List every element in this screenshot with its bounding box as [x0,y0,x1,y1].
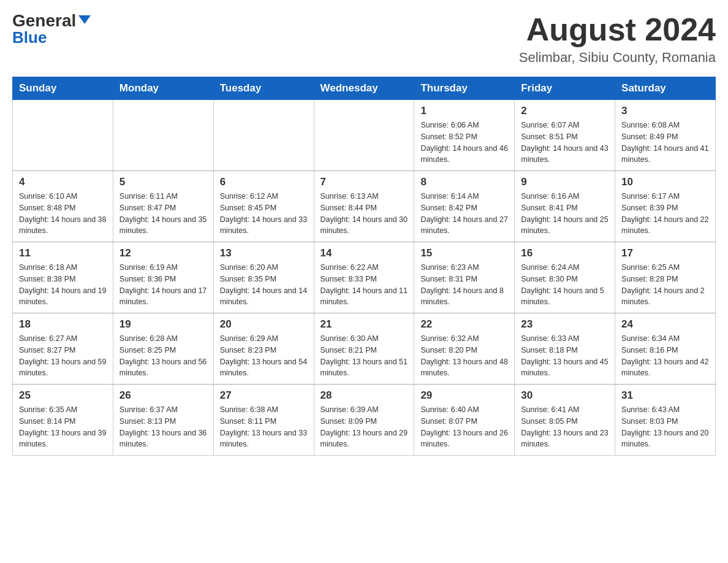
day-number: 7 [320,176,408,188]
header-row: Sunday Monday Tuesday Wednesday Thursday… [13,77,716,100]
day-info: Sunrise: 6:30 AM Sunset: 8:21 PM Dayligh… [320,333,408,379]
col-sunday: Sunday [13,77,113,100]
calendar-week-row: 11Sunrise: 6:18 AM Sunset: 8:38 PM Dayli… [13,242,716,313]
calendar-cell: 26Sunrise: 6:37 AM Sunset: 8:13 PM Dayli… [113,385,213,456]
calendar-cell [113,100,213,171]
calendar-cell: 19Sunrise: 6:28 AM Sunset: 8:25 PM Dayli… [113,313,213,385]
day-number: 15 [420,247,508,259]
calendar-cell: 7Sunrise: 6:13 AM Sunset: 8:44 PM Daylig… [314,171,414,242]
day-number: 6 [220,176,308,188]
day-number: 5 [119,176,207,188]
calendar-cell: 3Sunrise: 6:08 AM Sunset: 8:49 PM Daylig… [615,100,716,171]
day-info: Sunrise: 6:17 AM Sunset: 8:39 PM Dayligh… [621,191,709,237]
day-number: 13 [220,247,308,259]
logo: General Blue [12,12,91,47]
calendar-week-row: 1Sunrise: 6:06 AM Sunset: 8:52 PM Daylig… [13,100,716,171]
day-info: Sunrise: 6:37 AM Sunset: 8:13 PM Dayligh… [119,404,207,450]
day-info: Sunrise: 6:11 AM Sunset: 8:47 PM Dayligh… [119,191,207,237]
calendar-cell: 11Sunrise: 6:18 AM Sunset: 8:38 PM Dayli… [13,242,113,313]
calendar-body: 1Sunrise: 6:06 AM Sunset: 8:52 PM Daylig… [13,100,716,456]
day-number: 1 [420,105,508,117]
day-number: 21 [320,318,408,331]
day-number: 17 [621,247,709,259]
day-info: Sunrise: 6:10 AM Sunset: 8:48 PM Dayligh… [19,191,107,237]
day-number: 27 [220,389,308,402]
calendar-cell: 20Sunrise: 6:29 AM Sunset: 8:23 PM Dayli… [213,313,314,385]
day-number: 31 [621,389,709,402]
calendar-cell: 29Sunrise: 6:40 AM Sunset: 8:07 PM Dayli… [414,385,515,456]
calendar-cell [13,100,113,171]
calendar-cell: 4Sunrise: 6:10 AM Sunset: 8:48 PM Daylig… [13,171,113,242]
calendar-cell: 21Sunrise: 6:30 AM Sunset: 8:21 PM Dayli… [314,313,414,385]
calendar-cell: 23Sunrise: 6:33 AM Sunset: 8:18 PM Dayli… [515,313,615,385]
day-info: Sunrise: 6:24 AM Sunset: 8:30 PM Dayligh… [521,262,609,308]
col-wednesday: Wednesday [314,77,414,100]
calendar-cell: 24Sunrise: 6:34 AM Sunset: 8:16 PM Dayli… [615,313,716,385]
day-info: Sunrise: 6:20 AM Sunset: 8:35 PM Dayligh… [220,262,308,308]
day-info: Sunrise: 6:23 AM Sunset: 8:31 PM Dayligh… [420,262,508,308]
calendar-cell: 22Sunrise: 6:32 AM Sunset: 8:20 PM Dayli… [414,313,515,385]
calendar-cell: 30Sunrise: 6:41 AM Sunset: 8:05 PM Dayli… [515,385,615,456]
day-info: Sunrise: 6:41 AM Sunset: 8:05 PM Dayligh… [521,404,609,450]
col-friday: Friday [515,77,615,100]
day-info: Sunrise: 6:08 AM Sunset: 8:49 PM Dayligh… [621,120,709,166]
day-number: 18 [19,318,107,331]
day-info: Sunrise: 6:06 AM Sunset: 8:52 PM Dayligh… [420,120,508,166]
col-thursday: Thursday [414,77,515,100]
day-info: Sunrise: 6:33 AM Sunset: 8:18 PM Dayligh… [521,333,609,379]
day-number: 11 [19,247,107,259]
calendar-cell: 28Sunrise: 6:39 AM Sunset: 8:09 PM Dayli… [314,385,414,456]
col-monday: Monday [113,77,213,100]
calendar-header: Sunday Monday Tuesday Wednesday Thursday… [13,77,716,100]
calendar-cell: 16Sunrise: 6:24 AM Sunset: 8:30 PM Dayli… [515,242,615,313]
calendar-cell: 15Sunrise: 6:23 AM Sunset: 8:31 PM Dayli… [414,242,515,313]
day-info: Sunrise: 6:28 AM Sunset: 8:25 PM Dayligh… [119,333,207,379]
day-info: Sunrise: 6:38 AM Sunset: 8:11 PM Dayligh… [220,404,308,450]
col-tuesday: Tuesday [213,77,314,100]
day-info: Sunrise: 6:14 AM Sunset: 8:42 PM Dayligh… [420,191,508,237]
day-info: Sunrise: 6:34 AM Sunset: 8:16 PM Dayligh… [621,333,709,379]
calendar-cell: 5Sunrise: 6:11 AM Sunset: 8:47 PM Daylig… [113,171,213,242]
day-number: 22 [420,318,508,331]
calendar-cell: 8Sunrise: 6:14 AM Sunset: 8:42 PM Daylig… [414,171,515,242]
calendar-week-row: 25Sunrise: 6:35 AM Sunset: 8:14 PM Dayli… [13,385,716,456]
logo-triangle-icon [78,15,91,24]
day-number: 8 [420,176,508,188]
day-number: 26 [119,389,207,402]
day-number: 10 [621,176,709,188]
day-number: 2 [521,105,609,117]
day-info: Sunrise: 6:22 AM Sunset: 8:33 PM Dayligh… [320,262,408,308]
day-number: 4 [19,176,107,188]
day-number: 23 [521,318,609,331]
day-number: 30 [521,389,609,402]
day-info: Sunrise: 6:29 AM Sunset: 8:23 PM Dayligh… [220,333,308,379]
day-info: Sunrise: 6:19 AM Sunset: 8:36 PM Dayligh… [119,262,207,308]
calendar-cell: 31Sunrise: 6:43 AM Sunset: 8:03 PM Dayli… [615,385,716,456]
calendar-subtitle: Selimbar, Sibiu County, Romania [519,50,716,66]
day-info: Sunrise: 6:07 AM Sunset: 8:51 PM Dayligh… [521,120,609,166]
day-number: 9 [521,176,609,188]
day-info: Sunrise: 6:12 AM Sunset: 8:45 PM Dayligh… [220,191,308,237]
calendar-title: August 2024 [519,12,716,47]
calendar-cell: 13Sunrise: 6:20 AM Sunset: 8:35 PM Dayli… [213,242,314,313]
calendar-cell: 14Sunrise: 6:22 AM Sunset: 8:33 PM Dayli… [314,242,414,313]
calendar-cell: 12Sunrise: 6:19 AM Sunset: 8:36 PM Dayli… [113,242,213,313]
day-info: Sunrise: 6:13 AM Sunset: 8:44 PM Dayligh… [320,191,408,237]
day-number: 20 [220,318,308,331]
calendar-cell: 17Sunrise: 6:25 AM Sunset: 8:28 PM Dayli… [615,242,716,313]
calendar-week-row: 18Sunrise: 6:27 AM Sunset: 8:27 PM Dayli… [13,313,716,385]
calendar-cell: 2Sunrise: 6:07 AM Sunset: 8:51 PM Daylig… [515,100,615,171]
day-number: 3 [621,105,709,117]
day-info: Sunrise: 6:25 AM Sunset: 8:28 PM Dayligh… [621,262,709,308]
day-number: 19 [119,318,207,331]
day-info: Sunrise: 6:16 AM Sunset: 8:41 PM Dayligh… [521,191,609,237]
day-number: 25 [19,389,107,402]
day-info: Sunrise: 6:39 AM Sunset: 8:09 PM Dayligh… [320,404,408,450]
day-number: 28 [320,389,408,402]
calendar-cell [314,100,414,171]
logo-general: General [12,12,91,29]
col-saturday: Saturday [615,77,716,100]
day-info: Sunrise: 6:35 AM Sunset: 8:14 PM Dayligh… [19,404,107,450]
page-header: General Blue August 2024 Selimbar, Sibiu… [12,12,716,66]
calendar-cell: 1Sunrise: 6:06 AM Sunset: 8:52 PM Daylig… [414,100,515,171]
